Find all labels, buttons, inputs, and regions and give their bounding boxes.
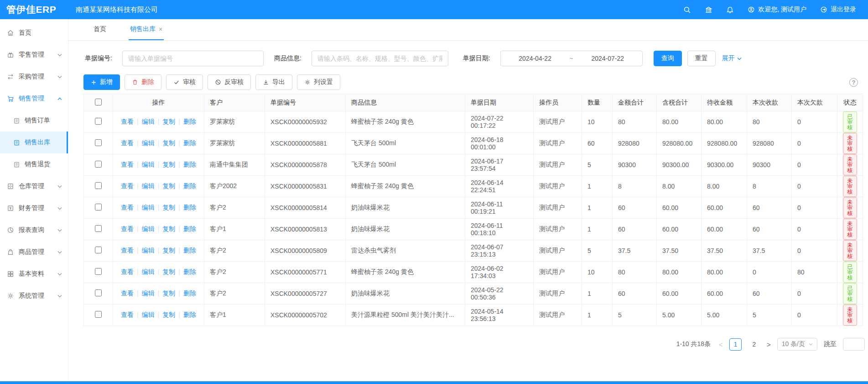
cell-amount: 60 <box>613 197 657 219</box>
row-action-view[interactable]: 查看 <box>121 247 134 254</box>
row-action-edit[interactable]: 编辑 <box>142 289 155 297</box>
sidebar-item-sales[interactable]: 销售管理 <box>0 88 68 110</box>
date-range-picker[interactable]: 2024-04-22 ~ 2024-07-22 <box>500 51 643 66</box>
sidebar-item-basic-data[interactable]: 基本资料 <box>0 263 68 285</box>
row-action-view[interactable]: 查看 <box>121 204 134 211</box>
add-button[interactable]: 新增 <box>83 74 120 90</box>
cell-customer: 客户2 <box>204 240 265 262</box>
row-checkbox[interactable] <box>95 139 102 146</box>
sidebar-item-warehouse[interactable]: 仓库管理 <box>0 175 68 197</box>
row-action-view[interactable]: 查看 <box>121 289 134 297</box>
row-action-delete[interactable]: 删除 <box>183 247 196 254</box>
row-action-delete[interactable]: 删除 <box>183 182 196 189</box>
cell-actions: 查看|编辑|复制|删除 <box>113 154 204 176</box>
row-action-copy[interactable]: 复制 <box>162 289 175 297</box>
delete-button[interactable]: 删除 <box>125 74 161 90</box>
row-action-copy[interactable]: 复制 <box>162 247 175 254</box>
sidebar-item-purchase[interactable]: 采购管理 <box>0 66 68 88</box>
row-action-edit[interactable]: 编辑 <box>142 161 155 168</box>
next-page-button[interactable]: > <box>767 341 771 348</box>
row-action-delete[interactable]: 删除 <box>183 225 196 232</box>
select-all-checkbox[interactable] <box>95 99 102 105</box>
row-action-edit[interactable]: 编辑 <box>142 247 155 254</box>
row-checkbox[interactable] <box>95 118 102 125</box>
expand-link[interactable]: 展开 <box>722 54 742 63</box>
row-checkbox[interactable] <box>95 268 102 275</box>
cell-amount: 60 <box>613 219 657 240</box>
row-action-view[interactable]: 查看 <box>121 161 134 168</box>
page-number-1[interactable]: 1 <box>729 338 742 351</box>
sidebar-item-sales-outbound[interactable]: 销售出库 <box>0 132 68 153</box>
column-settings-button[interactable]: 列设置 <box>297 74 340 90</box>
unaudit-button[interactable]: 反审核 <box>208 74 251 90</box>
page-number-2[interactable]: 2 <box>748 338 760 351</box>
export-button[interactable]: 导出 <box>255 74 292 90</box>
row-checkbox[interactable] <box>95 182 102 189</box>
close-icon[interactable]: × <box>159 26 162 33</box>
row-action-copy[interactable]: 复制 <box>162 182 175 189</box>
row-action-copy[interactable]: 复制 <box>162 311 175 318</box>
row-action-edit[interactable]: 编辑 <box>142 139 155 147</box>
row-action-view[interactable]: 查看 <box>121 225 134 232</box>
row-action-copy[interactable]: 复制 <box>162 268 175 275</box>
row-action-copy[interactable]: 复制 <box>162 204 175 211</box>
row-action-edit[interactable]: 编辑 <box>142 182 155 189</box>
bank-icon[interactable] <box>705 6 712 14</box>
row-action-copy[interactable]: 复制 <box>162 118 175 125</box>
row-checkbox[interactable] <box>95 289 102 296</box>
row-action-view[interactable]: 查看 <box>121 182 134 189</box>
audit-button[interactable]: 审核 <box>166 74 203 90</box>
cell-operator: 测试用户 <box>534 154 582 176</box>
row-action-delete[interactable]: 删除 <box>183 204 196 211</box>
sidebar-item-reports[interactable]: 报表查询 <box>0 219 68 241</box>
cell-date: 2024-07-22 00:17:22 <box>465 111 534 133</box>
tab-sales-outbound[interactable]: 销售出库 × <box>129 19 164 40</box>
chevron-down-icon <box>737 57 742 60</box>
row-action-copy[interactable]: 复制 <box>162 161 175 168</box>
row-action-delete[interactable]: 删除 <box>183 311 196 318</box>
reset-button[interactable]: 重置 <box>687 51 716 66</box>
cell-status: 已审核 <box>837 111 863 133</box>
row-action-edit[interactable]: 编辑 <box>142 311 155 318</box>
row-checkbox[interactable] <box>95 311 102 318</box>
table-row: 查看|编辑|复制|删除客户1XSCK00000005813奶油味爆米花2024-… <box>84 219 863 240</box>
sidebar-item-finance[interactable]: 财务管理 <box>0 197 68 219</box>
sidebar-item-sales-order[interactable]: 销售订单 <box>0 110 68 132</box>
sidebar-item-retail[interactable]: 零售管理 <box>0 44 68 66</box>
logout-button[interactable]: 退出登录 <box>820 5 856 14</box>
page-size-select[interactable]: 10 条/页 <box>777 338 817 351</box>
row-action-edit[interactable]: 编辑 <box>142 118 155 125</box>
product-info-input[interactable] <box>312 51 448 66</box>
row-action-delete[interactable]: 删除 <box>183 289 196 297</box>
search-button[interactable]: 查询 <box>654 51 682 66</box>
row-action-delete[interactable]: 删除 <box>183 139 196 147</box>
row-checkbox[interactable] <box>95 247 102 253</box>
row-action-edit[interactable]: 编辑 <box>142 225 155 232</box>
row-action-copy[interactable]: 复制 <box>162 139 175 147</box>
row-action-delete[interactable]: 删除 <box>183 118 196 125</box>
sidebar-item-goods[interactable]: 商品管理 <box>0 241 68 263</box>
user-menu[interactable]: 欢迎您, 测试用户 <box>748 5 806 14</box>
tab-home[interactable]: 首页 <box>92 19 108 40</box>
row-action-delete[interactable]: 删除 <box>183 161 196 168</box>
jump-page-input[interactable] <box>843 338 865 351</box>
row-action-edit[interactable]: 编辑 <box>142 204 155 211</box>
row-action-view[interactable]: 查看 <box>121 311 134 318</box>
row-action-edit[interactable]: 编辑 <box>142 268 155 275</box>
search-icon[interactable] <box>683 6 691 14</box>
row-action-view[interactable]: 查看 <box>121 139 134 147</box>
sidebar-item-sales-return[interactable]: 销售退货 <box>0 153 68 175</box>
row-checkbox[interactable] <box>95 161 102 168</box>
sidebar-item-home[interactable]: 首页 <box>0 22 68 44</box>
help-icon[interactable]: ? <box>849 78 858 87</box>
row-action-view[interactable]: 查看 <box>121 268 134 275</box>
row-action-copy[interactable]: 复制 <box>162 225 175 232</box>
sidebar-item-system[interactable]: 系统管理 <box>0 285 68 307</box>
doc-no-input[interactable] <box>122 51 264 66</box>
prev-page-button[interactable]: < <box>719 341 723 348</box>
row-action-view[interactable]: 查看 <box>121 118 134 125</box>
row-action-delete[interactable]: 删除 <box>183 268 196 275</box>
row-checkbox[interactable] <box>95 204 102 210</box>
bell-icon[interactable] <box>726 6 734 14</box>
row-checkbox[interactable] <box>95 225 102 232</box>
